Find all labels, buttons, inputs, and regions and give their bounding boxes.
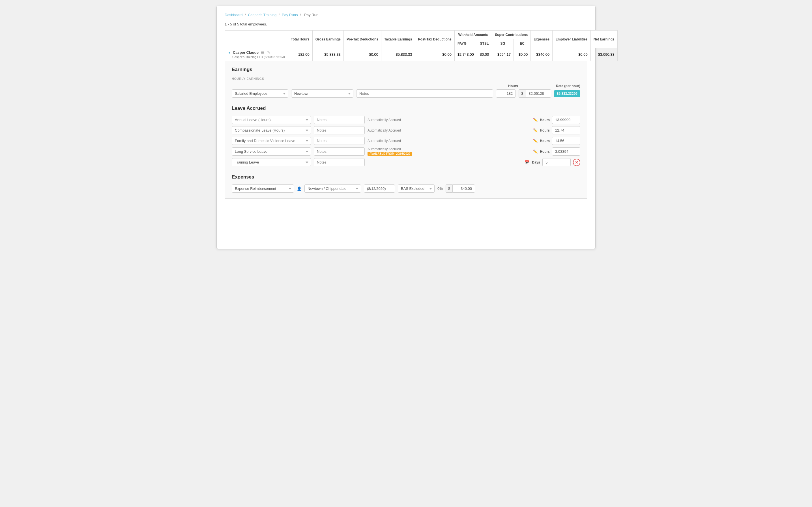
leave-accrued-title: Leave Accrued	[232, 106, 580, 111]
employee-name: ▼ Casper Claude ☰ ✎	[228, 50, 285, 55]
th-ec: EC	[514, 39, 530, 48]
th-pre-tax: Pre-Tax Deductions	[344, 31, 382, 48]
pencil-icon-family: ✏️	[533, 138, 537, 143]
expanded-panel: Earnings HOURLY EARNINGS Hours Rate (per…	[225, 61, 587, 199]
th-sg: SG	[492, 39, 514, 48]
th-taxable-earnings: Taxable Earnings	[381, 31, 415, 48]
rate-col-label: Rate (per hour)	[556, 84, 580, 88]
breadcrumb-sep1: /	[245, 13, 246, 17]
td-ec: $0.00	[514, 48, 530, 61]
compassionate-unit-label: Hours	[540, 128, 550, 132]
td-post-tax: $0.00	[415, 48, 454, 61]
td-employer-liabilities: $0.00	[553, 48, 590, 61]
table-row: ▼ Casper Claude ☰ ✎ Casper's Training LT…	[225, 48, 618, 61]
training-leave-right: 📅 Days ✕	[525, 158, 580, 166]
earnings-rate-input[interactable]	[526, 90, 551, 98]
breadcrumb-dashboard[interactable]: Dashboard	[225, 13, 243, 17]
compassionate-hours-input[interactable]	[552, 126, 580, 134]
th-gross-earnings: Gross Earnings	[312, 31, 343, 48]
earnings-row: Salaried Employees Newtown $ $5,833.3329…	[232, 90, 580, 98]
family-hours-input[interactable]	[552, 137, 580, 145]
expense-amount-input[interactable]	[452, 184, 475, 193]
expense-dollar-prefix: $	[446, 184, 452, 193]
compassionate-leave-right: ✏️ Hours	[533, 126, 580, 134]
family-leave-select[interactable]: Family and Domestic Violence Leave	[232, 137, 311, 145]
expenses-title: Expenses	[232, 174, 580, 180]
th-total-hours: Total Hours	[288, 31, 312, 48]
employees-table: Total Hours Gross Earnings Pre-Tax Deduc…	[225, 30, 618, 61]
td-taxable-earnings: $5,833.33	[381, 48, 415, 61]
training-leave-notes[interactable]	[314, 158, 365, 166]
earnings-type-select[interactable]: Salaried Employees	[232, 90, 288, 98]
earnings-hours-input[interactable]	[496, 90, 516, 98]
th-stsl: STSL	[477, 39, 492, 48]
breadcrumb-training[interactable]: Casper's Training	[248, 13, 276, 17]
th-name	[225, 31, 288, 48]
available-from-badge: AVAILABLE FROM: 20/05/2029	[367, 152, 412, 156]
leave-row-family: Family and Domestic Violence Leave Autom…	[232, 137, 580, 145]
leave-row-compassionate: Compassionate Leave (Hours) Automaticall…	[232, 126, 580, 134]
expense-location-select[interactable]: Newtown / Chippendale	[304, 184, 361, 193]
td-gross-earnings: $5,833.33	[312, 48, 343, 61]
main-window: Dashboard / Casper's Training / Pay Runs…	[217, 6, 595, 249]
chevron-down-icon: ▼	[228, 51, 231, 55]
expense-date-input[interactable]	[364, 184, 395, 193]
td-pre-tax: $0.00	[344, 48, 382, 61]
pencil-icon-compassionate: ✏️	[533, 128, 537, 132]
summary-text: 1 - 5 of 5 total employees.	[225, 22, 587, 26]
td-sg: $554.17	[492, 48, 514, 61]
annual-leave-notes[interactable]	[314, 116, 365, 124]
long-service-unit-label: Hours	[540, 150, 550, 154]
compassionate-leave-select[interactable]: Compassionate Leave (Hours)	[232, 126, 311, 134]
rate-prefix: $	[519, 90, 525, 98]
family-leave-notes[interactable]	[314, 137, 365, 145]
breadcrumb-sep3: /	[300, 13, 301, 17]
employee-company: Casper's Training LTD (58606879663)	[232, 55, 285, 59]
earnings-badge: $5,833.33296	[554, 90, 580, 97]
calendar-icon-training: 📅	[525, 160, 530, 165]
training-remove-button[interactable]: ✕	[573, 159, 580, 166]
th-employer-liabilities: Employer Liabilities	[553, 31, 590, 48]
long-service-leave-select[interactable]: Long Service Leave	[232, 148, 311, 156]
training-leave-select[interactable]: Training Leave	[232, 158, 311, 166]
long-service-hours-input[interactable]	[552, 148, 580, 156]
pencil-icon-long-service: ✏️	[533, 150, 537, 154]
leave-row-long-service: Long Service Leave Automatically Accrued…	[232, 147, 580, 156]
training-unit-label: Days	[532, 160, 540, 164]
annual-leave-select[interactable]: Annual Leave (Hours)	[232, 116, 311, 124]
th-expenses: Expenses	[531, 31, 553, 48]
long-service-leave-right: ✏️ Hours	[533, 148, 580, 156]
expense-row: Expense Reimbursement 👤 Newtown / Chippe…	[232, 184, 580, 193]
td-payg: $2,743.00	[454, 48, 477, 61]
pencil-icon-annual: ✏️	[533, 118, 537, 122]
expense-bas-select[interactable]: BAS Excluded	[398, 184, 434, 193]
family-leave-right: ✏️ Hours	[533, 137, 580, 145]
earnings-location-select[interactable]: Newtown	[291, 90, 353, 98]
th-net-earnings: Net Earnings	[590, 31, 617, 48]
td-stsl: $0.00	[477, 48, 492, 61]
person-icon: 👤	[297, 186, 302, 191]
list-icon[interactable]: ☰	[260, 50, 265, 55]
hourly-earnings-label: HOURLY EARNINGS	[232, 77, 580, 80]
expenses-section: Expenses Expense Reimbursement 👤 Newtown…	[232, 174, 580, 193]
training-days-input[interactable]	[542, 158, 571, 166]
leave-accrued-section: Leave Accrued Annual Leave (Hours) Autom…	[232, 106, 580, 166]
expense-type-select[interactable]: Expense Reimbursement	[232, 184, 294, 193]
edit-icon[interactable]: ✎	[267, 50, 271, 55]
long-service-accrual-info: Automatically Accrued AVAILABLE FROM: 20…	[367, 147, 412, 156]
family-accrual-label: Automatically Accrued	[367, 139, 404, 143]
th-payg: PAYG	[454, 39, 477, 48]
annual-hours-input[interactable]	[552, 116, 580, 124]
long-service-leave-notes[interactable]	[314, 148, 365, 156]
earnings-notes-input[interactable]	[356, 90, 493, 98]
long-service-accrual-label: Automatically Accrued	[367, 147, 412, 151]
breadcrumb-payruns[interactable]: Pay Runs	[282, 13, 298, 17]
td-net-earnings: $3,090.33	[590, 48, 617, 61]
leave-row-annual: Annual Leave (Hours) Automatically Accru…	[232, 116, 580, 124]
th-withheld-group: Withheld Amounts	[454, 31, 492, 39]
compassionate-leave-notes[interactable]	[314, 126, 365, 134]
earnings-title: Earnings	[232, 67, 580, 72]
td-expenses: $340.00	[531, 48, 553, 61]
th-post-tax: Post-Tax Deductions	[415, 31, 454, 48]
hours-col-label: Hours	[508, 84, 518, 88]
